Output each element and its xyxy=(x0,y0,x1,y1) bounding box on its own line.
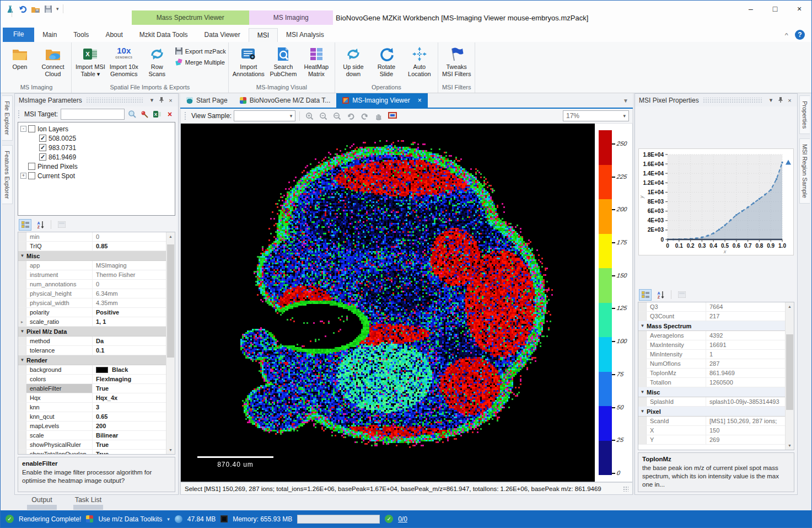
property-row[interactable]: methodDa xyxy=(18,337,166,346)
property-row[interactable]: mapLevels200 xyxy=(18,422,166,431)
scroll-down-icon[interactable]: ▼ xyxy=(166,446,175,454)
property-row[interactable]: TopIonMz861.9469 xyxy=(638,369,785,378)
property-value[interactable]: 0 xyxy=(93,281,166,287)
checkbox[interactable]: ✓ xyxy=(39,153,46,161)
auto-location-button[interactable]: AutoLocation xyxy=(404,44,435,78)
resize-grip[interactable] xyxy=(623,486,628,492)
property-value[interactable]: FlexImaging xyxy=(93,376,166,382)
dock-tab-msi-region-sample[interactable]: MSI Region Sample xyxy=(799,138,810,204)
property-row[interactable]: tolerance0.1 xyxy=(18,346,166,355)
document-tab-bionovogene-m-z-data-t[interactable]: BioNovoGene M/Z Data T... xyxy=(234,93,337,108)
property-value[interactable]: 0.1 xyxy=(93,347,166,354)
property-category[interactable]: ▼Render xyxy=(18,355,166,365)
clear-icon[interactable]: × xyxy=(164,109,175,120)
property-row[interactable]: Y269 xyxy=(638,435,785,445)
property-row[interactable]: AverageIons4392 xyxy=(638,331,785,340)
tree-item[interactable]: -Ion Layers xyxy=(19,124,174,134)
scroll-up-icon[interactable]: ▲ xyxy=(786,302,794,311)
collapse-icon[interactable]: - xyxy=(20,126,26,132)
tree-item[interactable]: ✓983.0731 xyxy=(19,143,174,152)
output-tab[interactable]: Output xyxy=(27,496,57,510)
pushpin-icon[interactable] xyxy=(139,109,150,120)
scroll-thumb[interactable] xyxy=(167,244,174,358)
checkbox[interactable]: ✓ xyxy=(39,144,46,151)
property-value[interactable]: 0.65 xyxy=(93,413,166,420)
row-scans-button[interactable]: RowScans xyxy=(141,44,173,78)
property-value[interactable]: 287 xyxy=(706,360,785,367)
qat-dropdown-caret-icon[interactable]: ▾ xyxy=(56,6,59,12)
import-10x-genomics-button[interactable]: 10xGENOMICS Import 10xGenomics xyxy=(108,44,140,78)
ribbon-tab-about[interactable]: About xyxy=(97,28,131,42)
property-row[interactable]: num_annotations0 xyxy=(18,280,166,289)
property-row[interactable]: knn3 xyxy=(18,403,166,412)
property-value[interactable]: Hqx_4x xyxy=(93,394,166,401)
property-row[interactable]: ▸scale_ratio1, 1 xyxy=(18,317,166,327)
property-row[interactable]: NumOfIons287 xyxy=(638,359,785,369)
scrollbar[interactable]: ▲ ▼ xyxy=(785,302,794,450)
property-row[interactable]: Q3Count217 xyxy=(638,312,785,321)
close-icon[interactable]: × xyxy=(785,97,794,104)
property-row[interactable]: ScanId[MS1] 150,269, 287 ions; xyxy=(638,417,785,426)
property-category[interactable]: ▼Misc xyxy=(638,387,785,397)
property-row[interactable]: colorsFlexImaging xyxy=(18,375,166,384)
heatmap-matrix-button[interactable]: HeatMapMatrix xyxy=(300,44,332,78)
property-value[interactable]: 200 xyxy=(93,423,166,429)
rotate-right-icon[interactable] xyxy=(359,110,370,122)
msi-target-input[interactable] xyxy=(61,109,125,120)
ribbon-tab-tools[interactable]: Tools xyxy=(65,28,97,42)
property-value[interactable]: True xyxy=(93,385,166,392)
close-tab-icon[interactable]: × xyxy=(418,97,422,104)
property-row[interactable]: MinIntensity1 xyxy=(638,350,785,359)
property-value[interactable]: 269 xyxy=(706,436,785,443)
ribbon-tab-data-viewer[interactable]: Data Viewer xyxy=(196,28,249,42)
merge-multiple-button[interactable]: Merge Multiple xyxy=(175,58,226,66)
import-msi-table-button[interactable]: X Import MSITable ▾ xyxy=(74,44,107,78)
property-row[interactable]: physical_width4.35mm xyxy=(18,298,166,308)
excel-export-icon[interactable]: X xyxy=(152,109,163,120)
zoom-level-combobox[interactable]: 17%▾ xyxy=(563,110,629,121)
property-value[interactable]: 7664 xyxy=(706,303,785,310)
property-value[interactable]: True xyxy=(93,451,166,454)
close-button[interactable]: × xyxy=(787,1,811,17)
rotate-slide-button[interactable]: RotateSlide xyxy=(370,44,402,78)
scroll-up-icon[interactable]: ▲ xyxy=(166,232,175,241)
property-row[interactable]: instrumentThermo Fisher xyxy=(18,270,166,280)
connect-cloud-button[interactable]: ConnectCloud xyxy=(37,44,69,78)
property-row[interactable]: knn_qcut0.65 xyxy=(18,412,166,422)
document-tab-ms-imaging-viewer[interactable]: MS-Imaging Viewer× xyxy=(336,93,428,108)
save-floppy-icon[interactable] xyxy=(44,5,52,13)
task-list-tab[interactable]: Task List xyxy=(73,496,103,510)
ribbon-tab-mzkit-data-tools[interactable]: Mzkit Data Tools xyxy=(131,28,196,42)
zoom-in-icon[interactable] xyxy=(304,110,315,122)
checkbox[interactable] xyxy=(28,163,35,170)
panel-menu-icon[interactable]: ▾ xyxy=(147,97,157,104)
msi-image-viewport[interactable]: 870.40 um xyxy=(181,124,595,482)
property-value[interactable]: 16691 xyxy=(706,342,785,348)
msi-heatmap-image[interactable] xyxy=(181,124,595,482)
pan-hand-icon[interactable] xyxy=(373,110,384,122)
property-value[interactable]: True xyxy=(93,441,166,448)
property-value[interactable]: 6.34mm xyxy=(93,290,166,297)
screenshot-monitor-icon[interactable] xyxy=(386,110,398,122)
ribbon-tab-main[interactable]: Main xyxy=(34,28,65,42)
property-value[interactable]: splash10-09jv-385314493 xyxy=(706,398,785,405)
pin-icon[interactable] xyxy=(776,97,785,104)
ribbon-tab-file[interactable]: File xyxy=(3,28,34,42)
scroll-down-icon[interactable]: ▼ xyxy=(786,441,794,450)
property-row[interactable]: showTotalIonOverlapTrue xyxy=(18,450,166,454)
property-category[interactable]: ▼Pixel xyxy=(638,407,785,417)
search-icon[interactable] xyxy=(126,109,137,120)
categorized-view-icon[interactable] xyxy=(19,219,31,231)
property-value[interactable]: 150 xyxy=(706,427,785,434)
document-tab-start-page[interactable]: Start Page xyxy=(180,93,234,108)
tab-list-dropdown-icon[interactable]: ▼ xyxy=(623,98,628,104)
dock-tab-properties[interactable]: Properties xyxy=(799,95,810,134)
property-row[interactable]: Q37664 xyxy=(638,302,785,312)
property-row[interactable]: X150 xyxy=(638,426,785,435)
property-row[interactable]: TrIQ0.85 xyxy=(18,242,166,251)
property-row[interactable]: MaxIntensity16691 xyxy=(638,340,785,350)
pin-icon[interactable] xyxy=(157,97,166,104)
categorized-view-icon[interactable] xyxy=(639,289,652,301)
property-row[interactable]: min0 xyxy=(18,232,166,242)
alphabetical-sort-icon[interactable]: AZ xyxy=(34,219,47,231)
